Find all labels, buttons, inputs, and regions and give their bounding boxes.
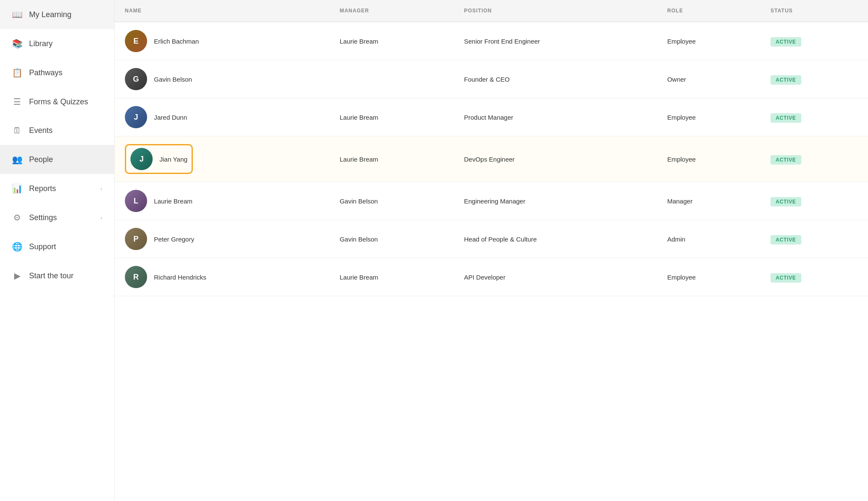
support-icon: 🌐 — [12, 242, 22, 252]
pathways-icon: 📋 — [12, 68, 22, 78]
col-header-role: ROLE — [657, 0, 760, 22]
status-cell-laurie: ACTIVE — [760, 182, 868, 220]
name-text-richard: Richard Hendricks — [154, 274, 207, 281]
avatar-erlich: E — [125, 30, 147, 52]
avatar-gavin: G — [125, 68, 147, 90]
role-cell-laurie: Manager — [657, 182, 760, 220]
name-cell-laurie: LLaurie Bream — [115, 182, 329, 220]
status-badge-jian: ACTIVE — [771, 155, 801, 165]
position-cell-jian: DevOps Engineer — [454, 136, 657, 182]
role-cell-peter: Admin — [657, 220, 760, 258]
sidebar-item-pathways[interactable]: 📋Pathways — [0, 58, 114, 87]
manager-cell-peter: Gavin Belson — [329, 220, 454, 258]
sidebar: 📖My Learning📚Library📋Pathways☰Forms & Qu… — [0, 0, 115, 501]
name-cell-jared: JJared Dunn — [115, 98, 329, 136]
status-cell-richard: ACTIVE — [760, 258, 868, 296]
status-badge-gavin: ACTIVE — [771, 75, 801, 85]
status-cell-peter: ACTIVE — [760, 220, 868, 258]
my-learning-icon: 📖 — [12, 9, 22, 20]
manager-cell-laurie: Gavin Belson — [329, 182, 454, 220]
name-cell-jian: JJian Yang — [115, 136, 329, 182]
col-header-status: STATUS — [760, 0, 868, 22]
table-row-erlich[interactable]: EErlich BachmanLaurie BreamSenior Front … — [115, 22, 868, 60]
manager-cell-gavin — [329, 60, 454, 98]
settings-icon: ⚙ — [12, 212, 22, 223]
sidebar-item-settings[interactable]: ⚙Settings› — [0, 203, 114, 232]
table-row-richard[interactable]: RRichard HendricksLaurie BreamAPI Develo… — [115, 258, 868, 296]
sidebar-label-support: Support — [29, 242, 56, 251]
status-cell-jian: ACTIVE — [760, 136, 868, 182]
name-text-peter: Peter Gregory — [154, 236, 194, 243]
reports-icon: 📊 — [12, 183, 22, 194]
status-badge-richard: ACTIVE — [771, 273, 801, 283]
position-cell-richard: API Developer — [454, 258, 657, 296]
reports-chevron-icon: › — [100, 186, 102, 192]
people-icon: 👥 — [12, 154, 22, 165]
main-content: NAMEMANAGERPOSITIONROLESTATUS EErlich Ba… — [115, 0, 868, 501]
role-cell-gavin: Owner — [657, 60, 760, 98]
sidebar-item-start-tour[interactable]: ▶Start the tour — [0, 261, 114, 290]
settings-chevron-icon: › — [100, 215, 102, 221]
position-cell-peter: Head of People & Culture — [454, 220, 657, 258]
table-body: EErlich BachmanLaurie BreamSenior Front … — [115, 22, 868, 296]
col-header-name: NAME — [115, 0, 329, 22]
name-text-gavin: Gavin Belson — [154, 76, 192, 83]
avatar-peter: P — [125, 228, 147, 250]
table-row-peter[interactable]: PPeter GregoryGavin BelsonHead of People… — [115, 220, 868, 258]
sidebar-label-pathways: Pathways — [29, 68, 62, 77]
avatar-jared: J — [125, 106, 147, 128]
sidebar-item-library[interactable]: 📚Library — [0, 29, 114, 58]
name-cell-gavin: GGavin Belson — [115, 60, 329, 98]
manager-cell-jared: Laurie Bream — [329, 98, 454, 136]
name-text-laurie: Laurie Bream — [154, 197, 192, 205]
start-tour-icon: ▶ — [12, 271, 22, 281]
sidebar-item-forms-quizzes[interactable]: ☰Forms & Quizzes — [0, 87, 114, 116]
role-cell-richard: Employee — [657, 258, 760, 296]
table-header: NAMEMANAGERPOSITIONROLESTATUS — [115, 0, 868, 22]
table-container: NAMEMANAGERPOSITIONROLESTATUS EErlich Ba… — [115, 0, 868, 501]
name-text-jared: Jared Dunn — [154, 114, 187, 121]
table-row-gavin[interactable]: GGavin BelsonFounder & CEOOwnerACTIVE — [115, 60, 868, 98]
people-table: NAMEMANAGERPOSITIONROLESTATUS EErlich Ba… — [115, 0, 868, 296]
manager-cell-richard: Laurie Bream — [329, 258, 454, 296]
sidebar-label-settings: Settings — [29, 213, 57, 222]
sidebar-item-my-learning[interactable]: 📖My Learning — [0, 0, 114, 29]
status-cell-erlich: ACTIVE — [760, 22, 868, 60]
status-badge-peter: ACTIVE — [771, 235, 801, 245]
col-header-position: POSITION — [454, 0, 657, 22]
header-row: NAMEMANAGERPOSITIONROLESTATUS — [115, 0, 868, 22]
table-row-jared[interactable]: JJared DunnLaurie BreamProduct ManagerEm… — [115, 98, 868, 136]
position-cell-erlich: Senior Front End Engineer — [454, 22, 657, 60]
manager-cell-jian: Laurie Bream — [329, 136, 454, 182]
avatar-jian: J — [130, 148, 153, 170]
name-text-jian: Jian Yang — [159, 156, 187, 163]
position-cell-jared: Product Manager — [454, 98, 657, 136]
sidebar-item-events[interactable]: 🗓Events — [0, 116, 114, 145]
role-cell-erlich: Employee — [657, 22, 760, 60]
library-icon: 📚 — [12, 38, 22, 49]
sidebar-item-reports[interactable]: 📊Reports› — [0, 174, 114, 203]
role-cell-jian: Employee — [657, 136, 760, 182]
table-row-laurie[interactable]: LLaurie BreamGavin BelsonEngineering Man… — [115, 182, 868, 220]
name-cell-erlich: EErlich Bachman — [115, 22, 329, 60]
position-cell-gavin: Founder & CEO — [454, 60, 657, 98]
sidebar-item-support[interactable]: 🌐Support — [0, 232, 114, 261]
status-cell-jared: ACTIVE — [760, 98, 868, 136]
sidebar-label-people: People — [29, 155, 53, 164]
manager-cell-erlich: Laurie Bream — [329, 22, 454, 60]
sidebar-item-people[interactable]: 👥People — [0, 145, 114, 174]
status-badge-erlich: ACTIVE — [771, 37, 801, 47]
forms-quizzes-icon: ☰ — [12, 97, 22, 107]
avatar-richard: R — [125, 266, 147, 288]
role-cell-jared: Employee — [657, 98, 760, 136]
col-header-manager: MANAGER — [329, 0, 454, 22]
sidebar-label-my-learning: My Learning — [29, 10, 71, 19]
sidebar-label-events: Events — [29, 126, 53, 135]
name-cell-richard: RRichard Hendricks — [115, 258, 329, 296]
sidebar-label-start-tour: Start the tour — [29, 271, 74, 280]
sidebar-label-library: Library — [29, 39, 53, 48]
events-icon: 🗓 — [12, 126, 22, 136]
avatar-laurie: L — [125, 190, 147, 212]
table-row-jian[interactable]: JJian YangLaurie BreamDevOps EngineerEmp… — [115, 136, 868, 182]
name-text-erlich: Erlich Bachman — [154, 38, 199, 45]
